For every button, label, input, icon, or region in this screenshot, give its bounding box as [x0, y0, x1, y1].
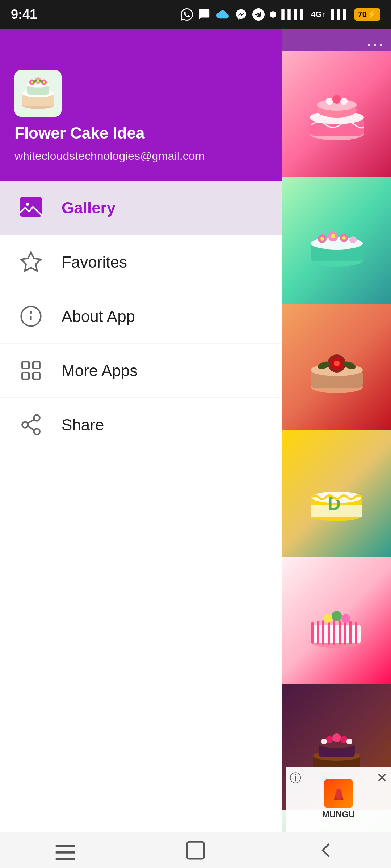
cake-preview-2 [282, 177, 391, 304]
svg-line-27 [28, 420, 34, 424]
status-bar: 9:41 ▌▌▌▌ 4G↑ ▌▌▌ 70⚡ [0, 0, 391, 29]
svg-point-34 [332, 95, 341, 104]
menu-item-share[interactable]: Share [0, 398, 282, 452]
svg-point-79 [332, 733, 341, 742]
drawer-app-name: Flower Cake Idea [14, 124, 268, 142]
svg-point-35 [340, 98, 348, 105]
menu-list: Gallery Favorites [0, 181, 282, 832]
app-icon [14, 70, 62, 117]
drawer-header: Flower Cake Idea whitecloudstechnologies… [0, 29, 282, 181]
nav-hamburger-button[interactable] [43, 836, 87, 865]
svg-point-45 [342, 236, 346, 240]
svg-point-42 [349, 236, 357, 243]
svg-rect-64 [328, 620, 330, 645]
svg-point-10 [43, 81, 45, 84]
signal2-icon: ▌▌▌ [331, 9, 349, 20]
nav-back-button[interactable] [304, 836, 348, 865]
ad-logo [324, 779, 353, 808]
svg-point-51 [334, 361, 340, 366]
favorites-label: Favorites [62, 253, 127, 271]
svg-rect-63 [322, 620, 324, 645]
navigation-drawer: Flower Cake Idea whitecloudstechnologies… [0, 29, 282, 832]
svg-point-23 [34, 415, 39, 421]
svg-rect-68 [349, 621, 352, 644]
svg-point-80 [340, 736, 348, 743]
share-icon [18, 412, 43, 438]
svg-point-78 [326, 736, 333, 743]
nav-home-button[interactable] [174, 836, 217, 865]
gallery-icon [18, 195, 43, 221]
svg-line-26 [28, 426, 34, 430]
ad-info-icon[interactable]: ⓘ [290, 770, 301, 786]
svg-text:D: D [328, 494, 341, 514]
svg-rect-21 [22, 373, 29, 379]
menu-item-more-apps[interactable]: More Apps [0, 344, 282, 398]
svg-point-25 [34, 429, 39, 434]
content-preview: ⋮ [282, 29, 391, 832]
svg-rect-61 [311, 622, 314, 644]
app-container: Flower Cake Idea whitecloudstechnologies… [0, 29, 391, 832]
svg-point-87 [337, 786, 340, 789]
gallery-label: Gallery [62, 199, 115, 217]
svg-rect-69 [355, 622, 357, 644]
cloud-icon [215, 8, 230, 21]
svg-rect-66 [339, 620, 341, 645]
svg-point-44 [331, 234, 335, 238]
svg-rect-19 [22, 362, 29, 369]
svg-point-70 [323, 614, 332, 623]
svg-rect-13 [20, 197, 42, 217]
svg-point-33 [326, 98, 333, 105]
whatsapp-icon [181, 8, 193, 21]
three-dot-menu[interactable]: ⋮ [366, 36, 384, 54]
messenger-icon [235, 8, 247, 21]
telegram-icon [252, 8, 265, 21]
svg-rect-67 [344, 620, 346, 645]
ad-brand-name: MUNGU [322, 809, 355, 820]
svg-rect-22 [33, 373, 39, 379]
svg-point-9 [37, 80, 39, 82]
ad-close-button[interactable]: ✕ [377, 770, 387, 786]
svg-marker-15 [21, 252, 41, 271]
more-apps-label: More Apps [62, 362, 138, 380]
svg-point-43 [320, 237, 324, 241]
cake-preview-5 [282, 557, 391, 684]
svg-point-24 [22, 422, 28, 427]
4g-icon: 4G↑ [311, 10, 325, 19]
dot-icon [270, 11, 276, 18]
menu-item-gallery[interactable]: Gallery [0, 181, 282, 235]
cake-preview-1 [282, 51, 391, 177]
menu-item-about[interactable]: About App [0, 289, 282, 344]
cake-gallery-preview: D [282, 51, 391, 832]
signal-icon: ▌▌▌▌ [281, 9, 306, 20]
svg-rect-20 [33, 362, 39, 369]
svg-point-81 [321, 739, 327, 744]
svg-point-14 [26, 203, 29, 206]
status-time: 9:41 [11, 7, 37, 22]
info-icon [18, 304, 43, 329]
svg-point-72 [341, 614, 350, 623]
share-label: Share [62, 416, 104, 434]
about-label: About App [62, 307, 135, 326]
svg-point-71 [332, 611, 342, 621]
status-icons: ▌▌▌▌ 4G↑ ▌▌▌ 70⚡ [181, 8, 380, 21]
svg-rect-91 [187, 842, 204, 859]
star-icon [18, 250, 43, 275]
cake-preview-3 [282, 304, 391, 430]
svg-rect-62 [317, 621, 319, 644]
cake-preview-4: D [282, 430, 391, 557]
chat-icon [198, 8, 210, 21]
navigation-bar [0, 832, 391, 868]
svg-point-8 [31, 81, 33, 84]
ad-banner: ⓘ ✕ MUNGU [286, 767, 391, 832]
battery-indicator: 70⚡ [354, 8, 380, 21]
svg-rect-60 [312, 625, 361, 643]
menu-item-favorites[interactable]: Favorites [0, 235, 282, 289]
grid-icon [18, 358, 43, 383]
svg-rect-65 [333, 620, 335, 645]
drawer-email: whitecloudstechnologies@gmail.com [14, 149, 268, 163]
svg-point-82 [346, 739, 352, 744]
svg-point-86 [335, 788, 342, 800]
